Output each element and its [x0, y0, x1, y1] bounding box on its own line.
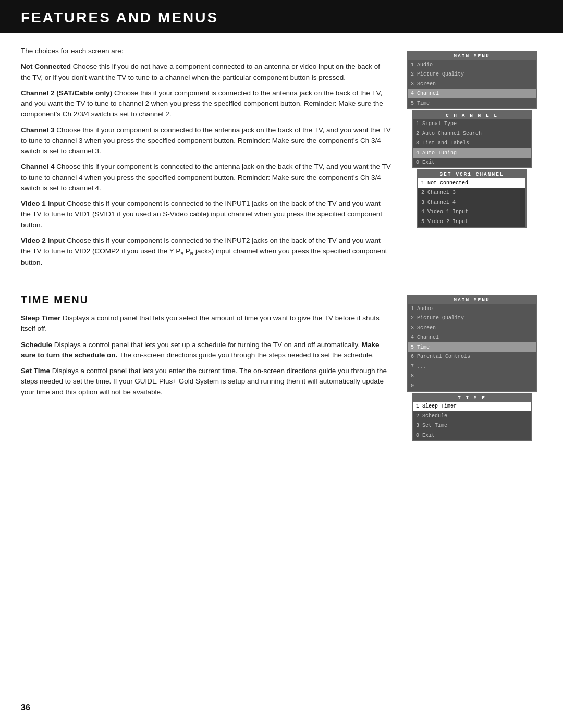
vcr1-submenu-panel: SET VCR1 CHANNEL 1 Not connected 2 Chann…: [417, 169, 527, 228]
time-item-0: 0 Exit: [413, 430, 531, 440]
bold-channel2: Channel 2 (SAT/Cable only): [21, 89, 112, 97]
channel-item-4: 4 Auto Tuning: [413, 148, 531, 158]
top-content-area: The choices for each screen are: Not Con…: [0, 46, 563, 274]
time-submenu-panel: T I M E 1 Sleep Timer 2 Schedule 3 Set T…: [412, 393, 532, 441]
para-schedule: Schedule Displays a control panel that l…: [21, 340, 391, 361]
main-menu-2-item-0: 0: [408, 381, 536, 391]
para-channel3: Channel 3 Choose this if your component …: [21, 125, 391, 157]
main-menu-2-item-6: 6 Parental Controls: [408, 352, 536, 362]
bold-video1: Video 1 Input: [21, 200, 65, 207]
menu1-container: MAIN MENU 1 Audio 2 Picture Quality 3 Sc…: [407, 51, 537, 228]
para-sleep-timer: Sleep Timer Displays a control panel tha…: [21, 313, 391, 335]
text-schedule2: The on-screen directions guide you throu…: [117, 351, 374, 359]
para-video1: Video 1 Input Choose this if your compon…: [21, 199, 391, 230]
bold-not-connected: Not Connected: [21, 63, 71, 70]
para-channel2: Channel 2 (SAT/Cable only) Choose this i…: [21, 88, 391, 120]
main-menu-item-4: 4 Channel: [408, 89, 536, 99]
bold-video2: Video 2 Input: [21, 237, 65, 244]
text-sleep-timer: Displays a control panel that lets you s…: [21, 314, 380, 332]
text-channel3: Choose this if your component is connect…: [21, 126, 391, 155]
time-item-3: 3 Set Time: [413, 421, 531, 431]
main-menu-2-item-3: 3 Screen: [408, 323, 536, 333]
left-column: The choices for each screen are: Not Con…: [21, 46, 391, 274]
page-number: 36: [21, 703, 30, 712]
text-set-time: Displays a control panel that lets you e…: [21, 367, 387, 396]
bold-set-time: Set Time: [21, 367, 50, 375]
para-not-connected: Not Connected Choose this if you do not …: [21, 61, 391, 83]
bold-channel4: Channel 4: [21, 163, 55, 170]
text-video1: Choose this if your component is connect…: [21, 200, 382, 229]
main-menu-2-item-5: 5 Time: [408, 342, 536, 352]
time-item-2: 2 Schedule: [413, 411, 531, 421]
text-video2: Choose this if your component is connect…: [21, 237, 387, 266]
main-menu-title: MAIN MENU: [408, 52, 536, 60]
time-menu-heading: TIME MENU: [21, 294, 391, 306]
vcr1-submenu-title: SET VCR1 CHANNEL: [418, 170, 525, 178]
main-menu-2-item-8: 8: [408, 372, 536, 381]
main-menu-item-2: 2 Picture Quality: [408, 70, 536, 80]
sub-r: R: [190, 251, 193, 256]
channel-submenu-panel: C H A N N E L 1 Signal Type 2 Auto Chann…: [412, 110, 532, 169]
sub-b: B: [180, 251, 183, 256]
main-menu-item-1: 1 Audio: [408, 60, 536, 70]
text-schedule: Displays a control panel that lets you s…: [54, 341, 362, 349]
channel-item-1: 1 Signal Type: [413, 119, 531, 129]
right-column-menu1: MAIN MENU 1 Audio 2 Picture Quality 3 Sc…: [407, 46, 542, 274]
channel-item-2: 2 Auto Channel Search: [413, 129, 531, 139]
text-channel4: Choose this if your component is connect…: [21, 163, 391, 192]
main-menu-2-item-7: 7 ...: [408, 362, 536, 372]
bottom-content-area: TIME MENU Sleep Timer Displays a control…: [0, 290, 563, 442]
vcr1-item-5: 5 Video 2 Input: [418, 217, 525, 227]
main-menu-item-3: 3 Screen: [408, 79, 536, 89]
main-menu-2-item-2: 2 Picture Quality: [408, 314, 536, 324]
main-menu-panel: MAIN MENU 1 Audio 2 Picture Quality 3 Sc…: [407, 51, 537, 109]
main-menu-item-5: 5 Time: [408, 98, 536, 108]
para-channel4: Channel 4 Choose this if your component …: [21, 162, 391, 193]
time-item-1: 1 Sleep Timer: [413, 402, 531, 412]
bottom-left-column: TIME MENU Sleep Timer Displays a control…: [21, 290, 391, 442]
para-video2: Video 2 Input Choose this if your compon…: [21, 236, 391, 268]
page-title: FEATURES AND MENUS: [21, 9, 542, 26]
vcr1-item-1: 1 Not connected: [418, 178, 525, 188]
menu2-container: MAIN MENU 1 Audio 2 Picture Quality 3 Sc…: [407, 295, 537, 441]
main-menu-2-item-1: 1 Audio: [408, 304, 536, 314]
channel-item-3: 3 List and Labels: [413, 139, 531, 149]
main-menu-title-2: MAIN MENU: [408, 296, 536, 304]
time-menu-text: Sleep Timer Displays a control panel tha…: [21, 313, 391, 398]
bold-sleep-timer: Sleep Timer: [21, 314, 60, 322]
vcr1-item-4: 4 Video 1 Input: [418, 207, 525, 217]
main-menu-2-item-4: 4 Channel: [408, 333, 536, 343]
intro-line: The choices for each screen are:: [21, 46, 391, 56]
text-not-connected: Choose this if you do not have a compone…: [21, 63, 380, 81]
time-submenu-title: T I M E: [413, 394, 531, 402]
bottom-right-column: MAIN MENU 1 Audio 2 Picture Quality 3 Sc…: [407, 290, 542, 442]
main-menu-panel-2: MAIN MENU 1 Audio 2 Picture Quality 3 Sc…: [407, 295, 537, 392]
channel-item-0: 0 Exit: [413, 158, 531, 168]
bold-schedule: Schedule: [21, 341, 52, 349]
page-header: FEATURES AND MENUS: [0, 0, 563, 33]
intro-section: The choices for each screen are: Not Con…: [21, 46, 391, 268]
bold-channel3: Channel 3: [21, 126, 55, 134]
para-set-time: Set Time Displays a control panel that l…: [21, 366, 391, 398]
vcr1-item-2: 2 Channel 3: [418, 188, 525, 198]
channel-submenu-title: C H A N N E L: [413, 112, 531, 119]
vcr1-item-3: 3 Channel 4: [418, 198, 525, 207]
